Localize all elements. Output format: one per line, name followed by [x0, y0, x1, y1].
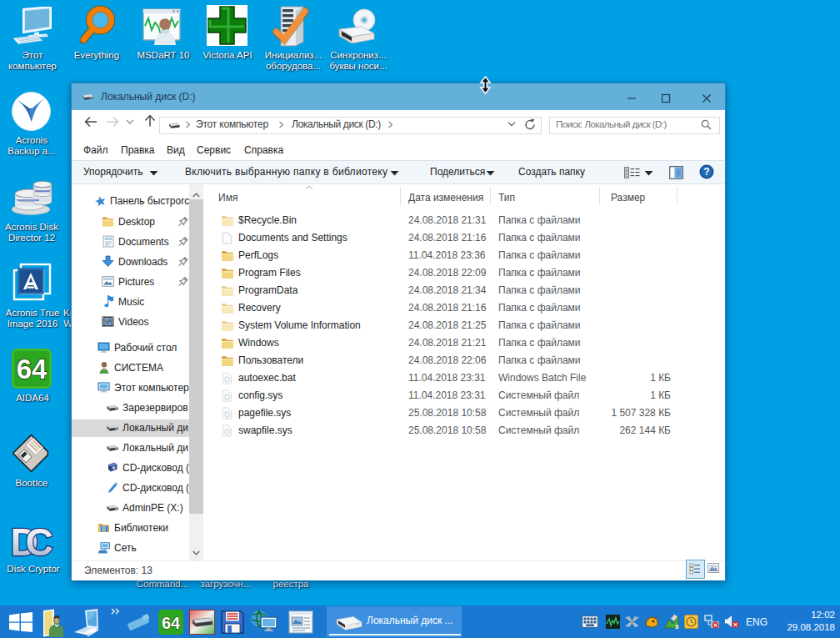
svg-text:64: 64 — [162, 614, 181, 632]
svg-text:?: ? — [703, 166, 709, 178]
svg-text:64: 64 — [17, 354, 48, 384]
svg-text:3: 3 — [675, 623, 679, 630]
svg-text:C: C — [25, 520, 52, 562]
